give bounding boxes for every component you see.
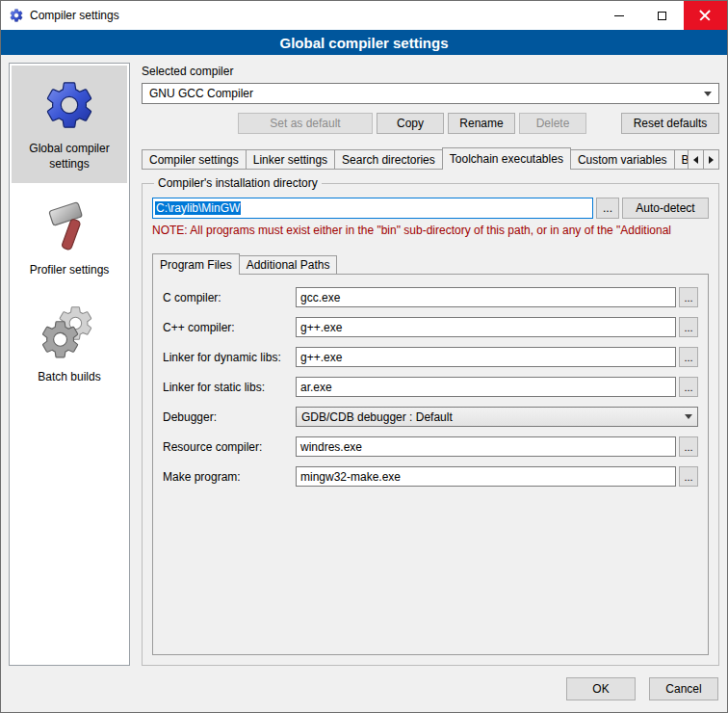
sidebar-item-label: Profiler settings: [30, 263, 110, 278]
delete-button[interactable]: Delete: [519, 113, 586, 134]
bin-subdirectory-note: NOTE: All programs must exist either in …: [152, 224, 709, 237]
selected-compiler-dropdown[interactable]: GNU GCC Compiler: [142, 83, 719, 104]
groupbox-title: Compiler's installation directory: [154, 176, 322, 190]
static-linker-browse-button[interactable]: ...: [679, 377, 698, 397]
compiler-actions: Set as default Copy Rename Delete Reset …: [142, 113, 719, 134]
program-files-page: C compiler: gcc.exe ... C++ compiler: g+…: [152, 274, 709, 655]
static-linker-value: ar.exe: [300, 381, 332, 394]
sidebar-item-batch-builds[interactable]: Batch builds: [12, 294, 127, 397]
make-program-input[interactable]: mingw32-make.exe: [296, 466, 676, 487]
installation-directory-row: C:\raylib\MinGW ... Auto-detect: [152, 198, 709, 219]
titlebar: Compiler settings: [1, 1, 727, 30]
c-compiler-label: C compiler:: [163, 291, 296, 304]
static-linker-label: Linker for static libs:: [163, 381, 296, 394]
tab-toolchain-executables[interactable]: Toolchain executables: [442, 147, 571, 170]
selected-compiler-label: Selected compiler: [142, 65, 719, 78]
cpp-compiler-browse-button[interactable]: ...: [679, 317, 698, 337]
arrow-right-icon: [709, 156, 714, 164]
compiler-settings-window: Compiler settings Global compiler settin…: [0, 0, 728, 713]
minimize-icon: [614, 15, 624, 16]
resource-compiler-label: Resource compiler:: [163, 440, 296, 454]
rename-button[interactable]: Rename: [448, 113, 515, 134]
installation-directory-groupbox: Compiler's installation directory C:\ray…: [142, 176, 719, 666]
form-row: Resource compiler: windres.exe ...: [163, 436, 698, 457]
tab-custom-variables[interactable]: Custom variables: [570, 149, 675, 169]
chevron-down-icon: [685, 414, 692, 419]
tab-additional-paths[interactable]: Additional Paths: [239, 255, 338, 274]
arrow-left-icon: [693, 156, 698, 164]
dialog-footer: OK Cancel: [1, 673, 727, 712]
debugger-dropdown[interactable]: GDB/CDB debugger : Default: [296, 407, 698, 427]
resource-compiler-browse-button[interactable]: ...: [679, 436, 698, 457]
debugger-value: GDB/CDB debugger : Default: [301, 410, 453, 424]
settings-tabbar: Compiler settings Linker settings Search…: [142, 147, 719, 170]
resource-compiler-input[interactable]: windres.exe: [296, 436, 676, 457]
app-icon: [9, 8, 24, 23]
window-title: Compiler settings: [30, 9, 119, 22]
install-dir-browse-button[interactable]: ...: [596, 198, 619, 219]
tab-scroll-left-button[interactable]: [688, 149, 704, 169]
c-compiler-browse-button[interactable]: ...: [679, 287, 698, 307]
gray-gears-icon: [41, 305, 97, 361]
install-dir-selected-text: C:\raylib\MinGW: [155, 201, 241, 215]
copy-button[interactable]: Copy: [377, 113, 444, 134]
tab-linker-settings[interactable]: Linker settings: [246, 149, 335, 169]
caption-buttons: [597, 1, 727, 30]
programs-tabbar: Program Files Additional Paths: [152, 253, 709, 274]
sidebar-item-profiler-settings[interactable]: Profiler settings: [12, 187, 127, 290]
blue-gear-icon: [41, 77, 97, 133]
reset-defaults-button[interactable]: Reset defaults: [621, 113, 719, 134]
dynamic-linker-browse-button[interactable]: ...: [679, 347, 698, 367]
make-program-browse-button[interactable]: ...: [679, 466, 698, 487]
selected-compiler-value: GNU GCC Compiler: [149, 87, 253, 100]
cpp-compiler-value: g++.exe: [300, 321, 342, 334]
minimize-button[interactable]: [597, 1, 640, 30]
tab-search-directories[interactable]: Search directories: [334, 149, 443, 169]
cancel-button[interactable]: Cancel: [649, 677, 718, 700]
static-linker-input[interactable]: ar.exe: [296, 377, 676, 397]
dynamic-linker-value: g++.exe: [300, 351, 342, 364]
sidebar-item-label: Global compiler settings: [15, 142, 123, 172]
c-compiler-input[interactable]: gcc.exe: [296, 287, 676, 307]
dialog-content: Global compiler settings Profiler settin…: [1, 55, 727, 673]
install-dir-input[interactable]: C:\raylib\MinGW: [152, 198, 593, 219]
form-row: C++ compiler: g++.exe ...: [163, 317, 698, 337]
dialog-header-title: Global compiler settings: [1, 30, 727, 55]
hammer-tool-icon: [41, 198, 97, 254]
ok-button[interactable]: OK: [566, 677, 636, 700]
autodetect-button[interactable]: Auto-detect: [622, 198, 709, 219]
resource-compiler-value: windres.exe: [300, 440, 362, 454]
set-as-default-button[interactable]: Set as default: [238, 113, 373, 134]
tab-scroll-arrows: [689, 149, 719, 169]
debugger-label: Debugger:: [163, 410, 296, 424]
form-row: Make program: mingw32-make.exe ...: [163, 466, 698, 487]
form-row: C compiler: gcc.exe ...: [163, 287, 698, 307]
close-button[interactable]: [684, 1, 727, 30]
tab-program-files[interactable]: Program Files: [152, 253, 240, 275]
cpp-compiler-label: C++ compiler:: [163, 321, 296, 334]
make-program-label: Make program:: [163, 470, 296, 484]
cpp-compiler-input[interactable]: g++.exe: [296, 317, 676, 337]
chevron-down-icon: [704, 92, 712, 96]
form-row: Debugger: GDB/CDB debugger : Default: [163, 407, 698, 427]
maximize-icon: [658, 12, 666, 20]
c-compiler-value: gcc.exe: [300, 291, 340, 304]
sidebar-item-label: Batch builds: [38, 370, 100, 385]
make-program-value: mingw32-make.exe: [300, 470, 401, 484]
dynamic-linker-label: Linker for dynamic libs:: [163, 351, 296, 364]
maximize-button[interactable]: [640, 1, 684, 30]
sidebar-item-global-compiler-settings[interactable]: Global compiler settings: [12, 66, 127, 183]
category-sidebar: Global compiler settings Profiler settin…: [9, 63, 130, 666]
tab-scroll-right-button[interactable]: [703, 149, 719, 169]
main-panel: Selected compiler GNU GCC Compiler Set a…: [142, 63, 719, 666]
dynamic-linker-input[interactable]: g++.exe: [296, 347, 676, 367]
tab-compiler-settings[interactable]: Compiler settings: [142, 149, 247, 169]
form-row: Linker for dynamic libs: g++.exe ...: [163, 347, 698, 367]
form-row: Linker for static libs: ar.exe ...: [163, 377, 698, 397]
